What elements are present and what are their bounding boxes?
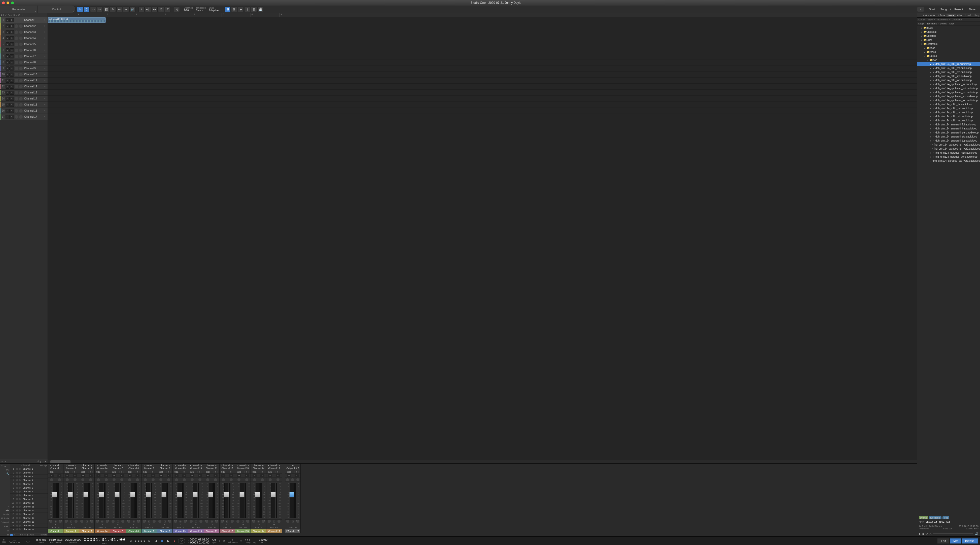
preview-play-icon[interactable]: ▶ — [919, 532, 921, 535]
strip-title[interactable]: Channel 7Channel 7 — [142, 464, 157, 470]
loop-file[interactable]: ▸♪fhg_drm124_garaged_ful_var1.audioloop — [917, 143, 980, 147]
record-arm[interactable] — [14, 18, 18, 22]
loop-button[interactable]: ⟳ — [178, 539, 185, 543]
strip-label[interactable]: Channel 6 — [126, 529, 141, 533]
solo-button[interactable]: S — [10, 91, 14, 95]
strip-mute[interactable]: M — [65, 474, 69, 477]
snap-value[interactable]: Adaptive — [209, 9, 221, 12]
mute-button[interactable]: M — [6, 24, 10, 28]
loop-file[interactable]: ▸♪dbh_drm124_snareroll_perc.audioloop — [917, 131, 980, 134]
pan-knob[interactable] — [75, 520, 78, 523]
strip-title[interactable]: Channel 13Channel 13 — [235, 464, 251, 470]
tree-caret-icon[interactable]: ▸ — [929, 123, 932, 126]
record-arm[interactable] — [14, 61, 18, 64]
track-name[interactable]: Channel 4 — [23, 37, 44, 40]
strip-gain[interactable]: 0dB — [128, 471, 132, 473]
start-page-button[interactable]: Start — [926, 7, 937, 12]
tree-caret-icon[interactable]: ▸ — [929, 135, 932, 138]
tree-caret-icon[interactable]: ▸ — [920, 35, 923, 37]
timeline-track[interactable] — [48, 29, 917, 35]
cv-indicator[interactable] — [57, 471, 61, 473]
loop-file[interactable]: ▸♪dbh_drm124_snareroll_hat.audioloop — [917, 126, 980, 131]
phase-icon[interactable]: ⊘ — [197, 471, 202, 473]
tree-caret-icon[interactable]: ▸ — [920, 30, 923, 33]
strip-label[interactable]: Channel 9 — [173, 529, 188, 533]
tree-caret-icon[interactable]: ▸ — [929, 107, 932, 110]
track-row[interactable]: 1 M S Channel 1 ∿ — [0, 17, 48, 23]
mix-list-row[interactable]: 17Channel 17 — [10, 527, 48, 531]
song-button[interactable]: Song — [938, 7, 950, 12]
phase-icon[interactable]: ⊘ — [294, 471, 299, 473]
strip-solo[interactable]: S — [213, 474, 218, 477]
time-sig[interactable]: 4 / 4 — [245, 538, 250, 541]
mix-list-row[interactable]: 11Channel 11 — [10, 505, 48, 509]
tree-caret-icon[interactable]: ▸ — [929, 119, 932, 122]
autoscroll-icon[interactable]: ▸│ — [145, 6, 151, 12]
strip-send[interactable] — [183, 478, 186, 481]
record-arm[interactable] — [14, 30, 18, 34]
info-tool[interactable]: ? — [138, 6, 145, 12]
tab-files[interactable]: Files — [956, 14, 963, 17]
info-tag[interactable]: Drums — [919, 516, 928, 520]
tree-caret-icon[interactable]: ▸ — [929, 99, 932, 102]
strip-gain[interactable]: 0dB — [206, 471, 210, 473]
tree-caret-icon[interactable]: ▸ — [929, 143, 931, 146]
zoom-icon[interactable]: ⊙ — [158, 6, 164, 12]
breadcrumb-item[interactable]: Electronic — [928, 22, 937, 25]
chord-icon[interactable]: ♩ — [16, 14, 18, 16]
expand-icon[interactable]: ⊡ — [257, 520, 259, 523]
track-row[interactable]: 5 M S Channel 5 ∿ — [0, 41, 48, 47]
track-size[interactable]: Tiny — [37, 460, 41, 463]
strip-send[interactable] — [81, 478, 84, 481]
record-arm[interactable] — [14, 67, 18, 70]
solo-button[interactable]: S — [10, 48, 14, 53]
loop-file[interactable]: ▸♪fhg_drm124_garaged_ful_var2.audioloop — [917, 147, 980, 151]
track-name[interactable]: Channel 5 — [23, 43, 44, 46]
phase-icon[interactable]: ⊘ — [88, 471, 93, 473]
perf-meter[interactable]: ▁▁ — [13, 539, 16, 541]
strip-title[interactable]: OutOutput 1 + 2 — [285, 464, 301, 470]
instr-tab[interactable]: Instr. — [0, 524, 10, 528]
sample-rate[interactable]: 48.0 kHz — [35, 538, 46, 541]
project-button[interactable]: Project — [952, 7, 966, 12]
automation-mode[interactable]: Auto: Off — [173, 526, 188, 529]
track-row[interactable]: 2 M S Channel 2 ∿ — [0, 23, 48, 29]
tree-caret-icon[interactable]: ▸ — [929, 115, 932, 118]
pan-knob[interactable] — [262, 520, 265, 523]
mix-list-row[interactable]: 12Channel 12 — [10, 509, 48, 513]
track-row[interactable]: 10 M S Channel 10 ∿ — [0, 72, 48, 78]
track-name[interactable]: Channel 9 — [23, 67, 44, 70]
timeline-track[interactable] — [48, 41, 917, 47]
mute-button[interactable]: M — [6, 115, 10, 119]
automation-mode[interactable]: Auto: Off — [157, 526, 172, 529]
strip-solo[interactable]: S — [151, 474, 155, 477]
tree-caret-icon[interactable]: ▸ — [920, 26, 923, 29]
phase-icon[interactable]: ⊘ — [275, 471, 280, 473]
pan-knob[interactable] — [111, 520, 115, 523]
phase-icon[interactable]: ⊘ — [244, 471, 249, 473]
audio-clip[interactable]: dbh_drm124_909_ful — [48, 18, 106, 23]
preview-progress[interactable] — [933, 534, 974, 534]
strip-title[interactable]: Channel 8Channel 8 — [157, 464, 172, 470]
pan-knob[interactable] — [168, 520, 171, 523]
sort-style[interactable]: Style — [928, 18, 933, 21]
track-name[interactable]: Channel 10 — [23, 73, 44, 76]
tree-folder[interactable]: ▸📁Dubstep — [917, 34, 980, 38]
strip-send[interactable] — [120, 478, 123, 481]
track-row[interactable]: 4 M S Channel 4 ∿ — [0, 35, 48, 41]
strip-label[interactable]: Channel 5 — [110, 529, 126, 533]
strip-title[interactable]: Channel 12Channel 12 — [220, 464, 235, 470]
view-hamburger-icon[interactable]: ≡ — [10, 534, 13, 536]
phase-icon[interactable]: ⊘ — [119, 471, 124, 473]
loop-end[interactable]: 00003.01.01.00 — [190, 541, 209, 544]
autopunch-icon[interactable]: ⊐ — [223, 540, 225, 542]
strip-title[interactable]: Channel 9Channel 9 — [173, 464, 188, 470]
monitor-button[interactable] — [19, 30, 23, 34]
strip-mute[interactable]: M — [221, 474, 225, 477]
strip-gain[interactable]: 0dB — [190, 471, 194, 473]
pan-knob[interactable] — [174, 520, 177, 523]
mix-list-row[interactable]: 4Channel 4 — [10, 478, 48, 482]
strip-title[interactable]: Channel 4Channel 4 — [95, 464, 110, 470]
mode-browse[interactable]: Browse — [962, 539, 978, 543]
strip-gain[interactable]: 0dB — [237, 471, 241, 473]
